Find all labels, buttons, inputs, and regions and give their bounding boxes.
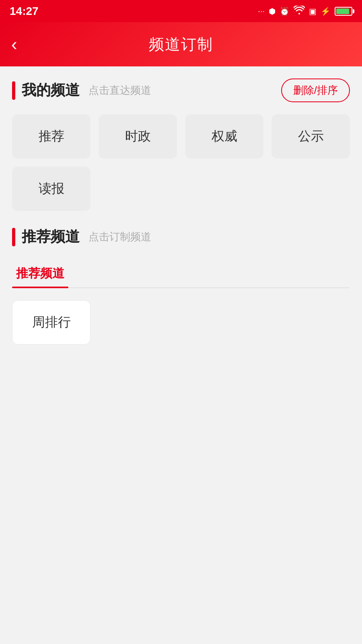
wifi-icon [294,6,305,17]
my-channels-subtitle: 点击直达频道 [88,83,151,97]
channel-item-dubao[interactable]: 读报 [12,167,90,211]
recommended-channels-header: 推荐频道 点击订制频道 [12,227,350,247]
header-title: 频道订制 [149,34,213,55]
my-channels-title-wrap: 我的频道 点击直达频道 [12,80,151,100]
recommended-channels-subtitle: 点击订制频道 [88,230,151,244]
back-button[interactable]: ‹ [11,35,17,53]
main-content: 我的频道 点击直达频道 删除/排序 推荐 时政 权威 公示 读报 [0,66,362,369]
channel-label-shizheng: 时政 [125,128,151,145]
channel-item-tuijian[interactable]: 推荐 [12,114,90,159]
alarm-icon: ⏰ [280,6,290,16]
status-time: 14:27 [10,5,39,18]
recommended-channels-section: 推荐频道 点击订制频道 推荐频道 周排行 [12,227,350,345]
channel-label-dubao: 读报 [39,180,64,198]
signal-icon: ··· [258,6,265,16]
channel-item-gongshi[interactable]: 公示 [272,114,350,159]
section-bar-accent-rec [12,228,15,246]
header: ‹ 频道订制 [0,22,362,66]
channel-label-quanwei: 权威 [212,128,237,145]
channel-item-quanwei[interactable]: 权威 [185,114,263,159]
my-channels-grid: 推荐 时政 权威 公示 读报 [12,114,350,211]
recommended-channels-title-wrap: 推荐频道 点击订制频道 [12,227,151,247]
recommended-grid: 周排行 [12,300,350,345]
battery-icon [335,7,352,16]
charging-icon: ⚡ [321,6,331,16]
channel-label-gongshi: 公示 [298,128,324,145]
status-bar: 14:27 ··· ⬢ ⏰ ▣ ⚡ [0,0,362,22]
sort-delete-button[interactable]: 删除/排序 [281,78,350,102]
my-channels-section: 我的频道 点击直达频道 删除/排序 推荐 时政 权威 公示 读报 [12,78,350,211]
bluetooth-icon: ⬢ [269,6,276,16]
rec-label-zhoupaihang: 周排行 [32,314,71,331]
tab-bar: 推荐频道 [12,259,350,288]
my-channels-title: 我的频道 [22,80,80,100]
my-channels-header: 我的频道 点击直达频道 删除/排序 [12,78,350,102]
section-bar-accent [12,81,15,100]
tab-recommended[interactable]: 推荐频道 [12,259,68,287]
tab-recommended-label: 推荐频道 [16,266,64,280]
rec-item-zhoupaihang[interactable]: 周排行 [12,300,90,345]
status-icons: ··· ⬢ ⏰ ▣ ⚡ [258,6,352,17]
sim-icon: ▣ [309,6,317,16]
channel-item-shizheng[interactable]: 时政 [99,114,177,159]
recommended-channels-title: 推荐频道 [22,227,80,247]
channel-label-tuijian: 推荐 [39,128,64,145]
